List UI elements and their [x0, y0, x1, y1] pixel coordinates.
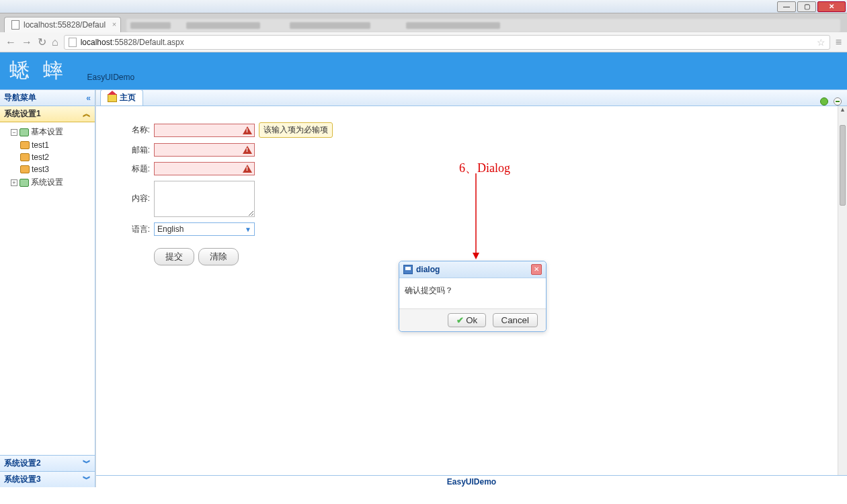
sidebar-title-label: 导航菜单 [4, 92, 36, 103]
bookmark-star-icon[interactable]: ☆ [817, 37, 825, 48]
window-maximize-button[interactable]: ▢ [797, 1, 816, 12]
warning-icon [243, 146, 252, 154]
required-tooltip: 该输入项为必输项 [259, 122, 333, 138]
scroll-thumb[interactable] [840, 125, 846, 206]
language-select[interactable]: English ▼ [154, 222, 255, 236]
user-icon [20, 141, 30, 149]
chevron-down-icon: ︾ [83, 474, 91, 485]
tree-expand-icon[interactable]: + [11, 179, 17, 186]
content-area: 名称: 该输入项为必输项 邮箱: 标题: 内容: 语言: [96, 106, 847, 475]
app-header: 蟋 蟀 EasyUIDemo [0, 52, 847, 89]
accordion-section-3[interactable]: 系统设置3 ︾ [0, 471, 95, 487]
home-icon [108, 94, 117, 102]
dialog-close-button[interactable]: ✕ [531, 264, 542, 275]
content-textarea[interactable] [154, 181, 255, 217]
close-tab-icon[interactable]: × [112, 20, 116, 28]
user-icon [20, 165, 30, 173]
dialog-header[interactable]: dialog ✕ [399, 261, 546, 278]
dialog-footer: ✔Ok Cancel [399, 308, 546, 331]
app-logo-text: 蟋 蟀 [9, 57, 67, 85]
name-input[interactable] [154, 124, 255, 137]
title-label: 标题: [123, 163, 150, 175]
url-rest: :55828/Default.aspx [112, 38, 184, 47]
dialog-ok-button[interactable]: ✔Ok [448, 313, 486, 327]
warning-icon [243, 165, 252, 173]
tab-label: 主页 [120, 92, 136, 103]
tree-node-label: 基本设置 [31, 126, 63, 138]
check-icon: ✔ [456, 315, 464, 325]
main-region: 主页 名称: 该输入项为必输项 邮箱: 标题: [95, 90, 847, 487]
tree-node-label: 系统设置 [31, 177, 63, 188]
sidebar-collapse-icon[interactable]: « [86, 93, 91, 103]
confirm-dialog: dialog ✕ 确认提交吗？ ✔Ok Cancel [399, 261, 547, 332]
submit-button[interactable]: 提交 [154, 248, 194, 265]
chevron-up-icon: ︽ [83, 108, 91, 120]
app-brand: EasyUIDemo [87, 73, 135, 82]
save-icon [403, 265, 413, 274]
browser-tab-active[interactable]: localhost:55828/Defaul × [4, 17, 121, 32]
accordion-section-1[interactable]: 系统设置1 ︽ [0, 106, 95, 122]
tree-node-child[interactable]: test3 [20, 163, 93, 175]
tree-collapse-icon[interactable]: − [11, 129, 17, 136]
chevron-down-icon: ︾ [83, 458, 91, 469]
nav-home-icon[interactable]: ⌂ [52, 36, 58, 48]
accordion-section-2[interactable]: 系统设置2 ︾ [0, 455, 95, 471]
users-icon [19, 179, 29, 187]
tree-node-child[interactable]: test1 [20, 139, 93, 151]
lang-label: 语言: [123, 224, 150, 235]
annotation-label: 6、Dialog [459, 160, 510, 176]
content-label: 内容: [123, 193, 150, 204]
page-icon [69, 38, 77, 47]
browser-tab-title: localhost:55828/Defaul [24, 20, 106, 30]
accordion-label: 系统设置1 [4, 108, 41, 120]
tab-home[interactable]: 主页 [100, 89, 143, 106]
main-tabstrip: 主页 [96, 90, 847, 106]
nav-tree: − 基本设置 test1 test2 test3 + 系统设置 [0, 122, 95, 455]
dialog-title: dialog [416, 265, 440, 274]
window-titlebar: — ▢ ✕ [0, 0, 847, 13]
nav-back-icon[interactable]: ← [5, 36, 16, 48]
clear-button[interactable]: 清除 [198, 248, 239, 265]
email-input[interactable] [154, 143, 255, 157]
user-icon [20, 153, 30, 161]
remove-tab-icon[interactable] [834, 97, 842, 106]
browser-tabstrip: localhost:55828/Defaul × [0, 13, 847, 32]
dialog-body: 确认提交吗？ [399, 278, 546, 308]
add-tab-icon[interactable] [820, 97, 828, 106]
sidebar-title: 导航菜单 « [0, 90, 95, 106]
svg-marker-1 [473, 253, 479, 259]
vertical-scrollbar[interactable]: ▲ [838, 106, 847, 475]
page-icon [11, 20, 19, 30]
accordion-label: 系统设置2 [4, 458, 41, 469]
dialog-cancel-button[interactable]: Cancel [493, 313, 538, 327]
app-footer: EasyUIDemo [96, 475, 847, 487]
title-input[interactable] [154, 162, 255, 175]
url-host: localhost [81, 38, 112, 47]
chevron-down-icon: ▼ [245, 226, 251, 233]
annotation-arrow [469, 173, 483, 261]
url-input[interactable]: localhost:55828/Default.aspx ☆ [64, 35, 830, 50]
sidebar: 导航菜单 « 系统设置1 ︽ − 基本设置 test1 test2 test3 [0, 90, 95, 487]
nav-forward-icon[interactable]: → [22, 36, 32, 48]
tree-node-child[interactable]: test2 [20, 151, 93, 163]
scroll-up-icon[interactable]: ▲ [838, 106, 847, 116]
window-minimize-button[interactable]: — [777, 1, 796, 12]
nav-reload-icon[interactable]: ↻ [38, 36, 46, 48]
select-value: English [157, 224, 184, 234]
tree-node-sibling[interactable]: + 系统设置 [11, 175, 93, 190]
name-label: 名称: [123, 124, 150, 136]
email-label: 邮箱: [123, 144, 150, 156]
warning-icon [243, 126, 252, 134]
browser-address-bar: ← → ↻ ⌂ localhost:55828/Default.aspx ☆ ≡ [0, 32, 847, 52]
browser-tab-ghost [126, 19, 840, 32]
accordion-label: 系统设置3 [4, 474, 41, 485]
tree-node-root[interactable]: − 基本设置 [11, 125, 93, 139]
users-icon [19, 128, 29, 136]
window-close-button[interactable]: ✕ [817, 1, 846, 12]
browser-menu-icon[interactable]: ≡ [836, 36, 842, 48]
